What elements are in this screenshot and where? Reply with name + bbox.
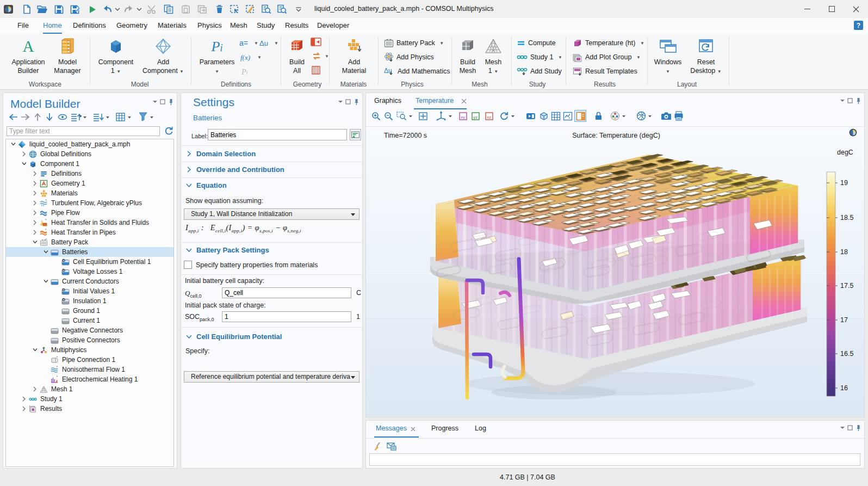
svg-text:?: ? [857, 22, 860, 29]
svg-text:Δu: Δu [259, 39, 268, 47]
svg-text:17: 17 [840, 316, 848, 324]
svg-text:D: D [63, 287, 66, 292]
svg-text:Pi: Pi [211, 39, 223, 54]
svg-text:16: 16 [840, 384, 848, 392]
svg-text:xz: xz [487, 115, 491, 120]
svg-text:degC: degC [837, 149, 853, 156]
svg-text:18.5: 18.5 [840, 214, 853, 222]
svg-text:*: * [57, 356, 58, 359]
svg-text:D: D [63, 258, 66, 263]
svg-text:*: * [57, 366, 58, 369]
svg-text:*: * [45, 229, 47, 232]
svg-text:19: 19 [840, 179, 848, 187]
svg-text:*: * [57, 376, 58, 379]
svg-text:A: A [23, 38, 34, 54]
svg-text:17.5: 17.5 [840, 282, 853, 290]
svg-text:xy: xy [461, 115, 465, 120]
svg-text:Pi: Pi [241, 68, 248, 76]
svg-text:D: D [63, 297, 66, 302]
svg-text:*: * [45, 219, 47, 222]
svg-text:D: D [63, 268, 66, 273]
svg-text:16.5: 16.5 [840, 350, 853, 358]
svg-text:*: * [45, 199, 47, 202]
svg-text:f(x): f(x) [240, 53, 250, 61]
svg-text:18: 18 [840, 248, 848, 256]
svg-text:*: * [46, 238, 47, 242]
svg-text:a=: a= [239, 39, 248, 47]
svg-text:yz: yz [473, 115, 478, 120]
